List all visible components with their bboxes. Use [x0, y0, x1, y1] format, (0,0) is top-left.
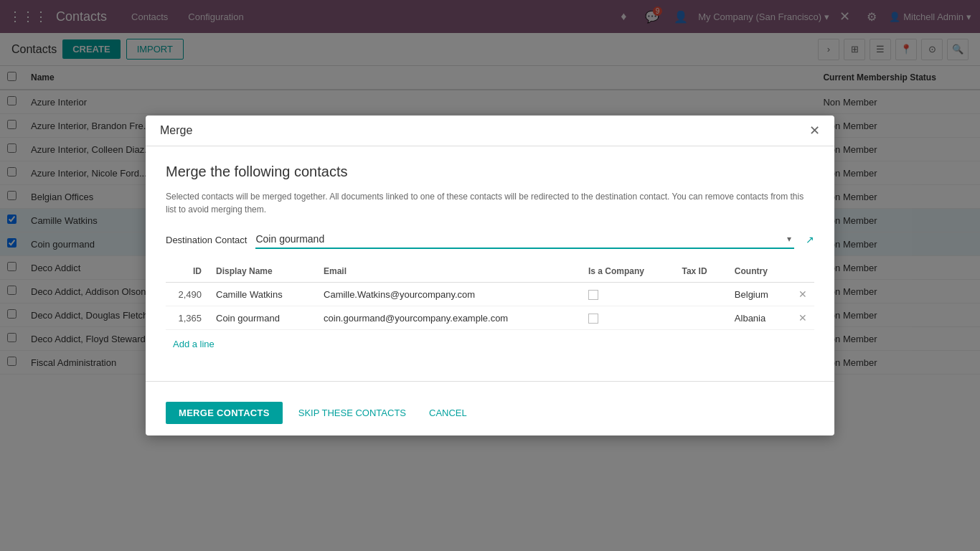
cell-display-name: Camille Watkins: [209, 283, 316, 306]
col-remove: [791, 260, 814, 283]
add-line-button[interactable]: Add a line: [166, 336, 222, 352]
modal-footer: MERGE CONTACTS SKIP THESE CONTACTS CANCE…: [146, 393, 834, 435]
col-display-name: Display Name: [209, 260, 316, 283]
merge-contacts-table: ID Display Name Email Is a Company Tax I…: [166, 260, 814, 330]
merge-contacts-button[interactable]: MERGE CONTACTS: [166, 402, 283, 424]
cell-email: Camille.Watkins@yourcompany.com: [316, 283, 581, 306]
destination-select[interactable]: Coin gourmand: [255, 230, 784, 248]
cell-country: Belgium: [727, 283, 791, 306]
modal-heading: Merge the following contacts: [166, 164, 814, 180]
modal-body: Merge the following contacts Selected co…: [146, 146, 834, 369]
cell-email: coin.gourmand@yourcompany.example.com: [316, 306, 581, 330]
cell-is-company: [581, 283, 674, 306]
col-id: ID: [166, 260, 209, 283]
cell-is-company: [581, 306, 674, 330]
external-link-icon[interactable]: ↗: [806, 234, 814, 245]
modal-header: Merge ✕: [146, 116, 834, 146]
destination-contact-row: Destination Contact Coin gourmand ▾ ↗: [166, 230, 814, 249]
cancel-button[interactable]: CANCEL: [422, 402, 474, 424]
modal-overlay: Merge ✕ Merge the following contacts Sel…: [0, 0, 980, 551]
destination-select-wrap: Coin gourmand ▾: [255, 230, 794, 249]
remove-row-button[interactable]: ✕: [791, 306, 814, 330]
dropdown-chevron-icon[interactable]: ▾: [784, 234, 794, 244]
col-is-company: Is a Company: [581, 260, 674, 283]
destination-label: Destination Contact: [166, 235, 247, 245]
skip-contacts-button[interactable]: SKIP THESE CONTACTS: [291, 402, 413, 424]
cell-tax-id: [674, 306, 727, 330]
cell-display-name: Coin gourmand: [209, 306, 316, 330]
col-country: Country: [727, 260, 791, 283]
modal-close-btn[interactable]: ✕: [809, 124, 820, 137]
cell-id: 2,490: [166, 283, 209, 306]
remove-row-button[interactable]: ✕: [791, 283, 814, 306]
cell-tax-id: [674, 283, 727, 306]
modal-title: Merge: [160, 124, 192, 137]
modal-divider: [146, 381, 834, 382]
col-tax-id: Tax ID: [674, 260, 727, 283]
cell-id: 1,365: [166, 306, 209, 330]
cell-country: Albania: [727, 306, 791, 330]
merge-modal: Merge ✕ Merge the following contacts Sel…: [146, 116, 834, 435]
merge-table-row: 2,490 Camille Watkins Camille.Watkins@yo…: [166, 283, 814, 306]
modal-description: Selected contacts will be merged togethe…: [166, 190, 814, 216]
col-email: Email: [316, 260, 581, 283]
merge-table-row: 1,365 Coin gourmand coin.gourmand@yourco…: [166, 306, 814, 330]
